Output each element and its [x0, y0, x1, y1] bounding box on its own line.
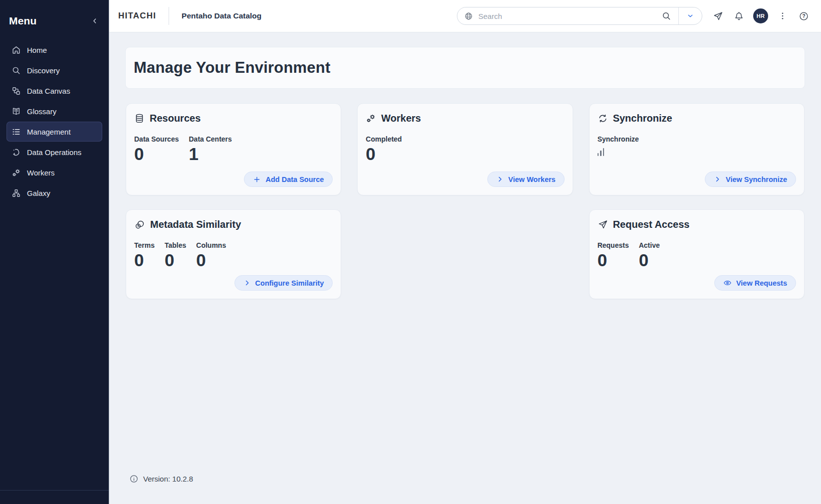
circular-arrow-icon: [11, 148, 21, 157]
search-bar: [457, 7, 702, 25]
sidebar-item-label: Galaxy: [27, 189, 50, 197]
topbar: HITACHI Pentaho Data Catalog HR ?: [109, 0, 821, 32]
database-icon: [134, 113, 145, 124]
list-icon: [11, 127, 21, 137]
paper-plane-icon: [598, 219, 608, 230]
gears-icon: [366, 113, 376, 124]
card-title: Resources: [150, 113, 201, 124]
stat-tables: Tables 0: [165, 241, 186, 269]
kebab-menu-icon[interactable]: [778, 11, 787, 20]
stat-value: 0: [196, 251, 226, 269]
glossary-book-icon: [11, 107, 21, 116]
main-content: Manage Your Environment Resources Data S…: [109, 32, 821, 504]
stat-value: 0: [598, 251, 629, 269]
cards-grid: Resources Data Sources 0 Data Centers 1 …: [126, 103, 805, 299]
chevron-right-icon: [714, 175, 721, 183]
eye-icon: [723, 279, 732, 287]
page-title: Manage Your Environment: [134, 59, 330, 77]
sidebar-item-label: Home: [27, 46, 47, 54]
stat-active: Active 0: [639, 241, 660, 269]
sidebar-item-label: Discovery: [27, 66, 60, 75]
data-canvas-icon: [11, 86, 21, 96]
sidebar-item-label: Data Canvas: [27, 87, 70, 95]
gears-icon: [11, 168, 21, 177]
resources-card: Resources Data Sources 0 Data Centers 1 …: [126, 103, 341, 195]
sidebar-item-galaxy[interactable]: Galaxy: [6, 183, 102, 203]
card-title: Request Access: [613, 219, 690, 230]
product-title: Pentaho Data Catalog: [182, 11, 261, 20]
sidebar-footer-divider: [0, 490, 109, 491]
sidebar-item-workers[interactable]: Workers: [6, 163, 102, 182]
card-title: Metadata Similarity: [150, 219, 241, 230]
info-icon: [129, 474, 139, 484]
stat-requests: Requests 0: [598, 241, 629, 269]
globe-icon: [464, 11, 473, 21]
view-synchronize-button[interactable]: View Synchronize: [705, 171, 796, 187]
plus-icon: [253, 175, 261, 183]
overlapping-circles-icon: [134, 219, 145, 230]
version-info: Version: 10.2.8: [129, 474, 193, 484]
chevron-right-icon: [496, 175, 504, 183]
page-header: Manage Your Environment: [126, 47, 805, 88]
view-workers-button[interactable]: View Workers: [487, 171, 565, 187]
stat-synchronize: Synchronize: [598, 135, 639, 156]
svg-text:?: ?: [802, 13, 805, 19]
chevron-right-icon: [243, 279, 251, 287]
stat-value: 1: [189, 145, 231, 163]
search-submit-icon[interactable]: [661, 11, 671, 21]
search-input[interactable]: [473, 12, 661, 20]
request-access-card: Request Access Requests 0 Active 0 View …: [589, 209, 805, 299]
topbar-divider: [169, 7, 169, 25]
sidebar-item-data-canvas[interactable]: Data Canvas: [6, 81, 102, 101]
stat-completed: Completed 0: [366, 135, 402, 163]
stat-columns: Columns 0: [196, 241, 226, 269]
sidebar-item-data-operations[interactable]: Data Operations: [6, 142, 102, 162]
sidebar-item-glossary[interactable]: Glossary: [6, 101, 102, 121]
sync-icon: [598, 113, 608, 124]
sidebar-item-label: Glossary: [27, 107, 56, 116]
home-icon: [11, 45, 21, 55]
add-data-source-button[interactable]: Add Data Source: [244, 171, 333, 187]
avatar[interactable]: HR: [753, 8, 768, 23]
sidebar-nav: Home Discovery Data Canvas Glossary Mana…: [0, 40, 109, 203]
sidebar-item-label: Management: [27, 128, 71, 136]
stat-value: 0: [134, 251, 155, 269]
sidebar-header: Menu: [0, 0, 109, 40]
stat-value: 0: [639, 251, 660, 269]
synchronize-card: Synchronize Synchronize View Synchronize: [589, 103, 805, 195]
sidebar: Menu Home Discovery Data Canvas: [0, 0, 109, 504]
help-icon[interactable]: ?: [799, 11, 809, 21]
stat-data-sources: Data Sources 0: [134, 135, 179, 163]
notifications-bell-icon[interactable]: [734, 11, 744, 21]
sidebar-item-label: Data Operations: [27, 148, 81, 157]
stat-value: 0: [134, 145, 179, 163]
collapse-sidebar-icon[interactable]: [91, 17, 99, 25]
view-requests-button[interactable]: View Requests: [714, 275, 796, 291]
card-title: Synchronize: [613, 113, 672, 124]
search-icon: [11, 66, 21, 75]
workers-card: Workers Completed 0 View Workers: [357, 103, 573, 195]
menu-title: Menu: [9, 15, 37, 27]
stat-value: 0: [366, 145, 402, 163]
sidebar-item-label: Workers: [27, 168, 55, 177]
sitemap-icon: [11, 188, 21, 198]
hitachi-logo: HITACHI: [118, 11, 156, 21]
stat-value: 0: [165, 251, 186, 269]
stat-data-centers: Data Centers 1: [189, 135, 231, 163]
card-title: Workers: [381, 113, 421, 124]
sidebar-item-discovery[interactable]: Discovery: [6, 60, 102, 80]
stat-terms: Terms 0: [134, 241, 155, 269]
search-options-chevron-down-icon[interactable]: [679, 12, 702, 20]
sidebar-item-management[interactable]: Management: [6, 122, 102, 142]
sidebar-item-home[interactable]: Home: [6, 40, 102, 60]
send-icon[interactable]: [713, 11, 723, 21]
metadata-similarity-card: Metadata Similarity Terms 0 Tables 0 Col…: [126, 209, 341, 299]
version-label: Version: 10.2.8: [143, 475, 193, 483]
mini-bars-icon: [598, 148, 639, 156]
configure-similarity-button[interactable]: Configure Similarity: [234, 275, 333, 291]
